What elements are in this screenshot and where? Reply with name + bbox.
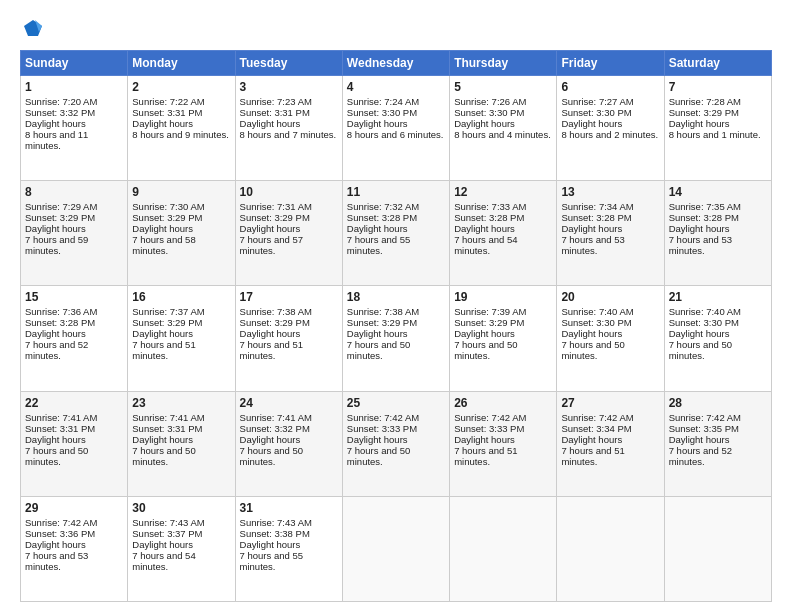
sunrise-label: Sunrise: 7:37 AM xyxy=(132,306,204,317)
day-number: 28 xyxy=(669,396,767,410)
daylight-value: 7 hours and 50 minutes. xyxy=(347,339,410,361)
table-row: 24Sunrise: 7:41 AMSunset: 3:32 PMDayligh… xyxy=(235,391,342,496)
sunset-label: Sunset: 3:31 PM xyxy=(132,107,202,118)
sunset-label: Sunset: 3:30 PM xyxy=(669,317,739,328)
day-header-row: Sunday Monday Tuesday Wednesday Thursday… xyxy=(21,51,772,76)
table-row: 2Sunrise: 7:22 AMSunset: 3:31 PMDaylight… xyxy=(128,76,235,181)
daylight-label: Daylight hours xyxy=(132,434,193,445)
day-number: 23 xyxy=(132,396,230,410)
day-number: 27 xyxy=(561,396,659,410)
sunrise-label: Sunrise: 7:34 AM xyxy=(561,201,633,212)
daylight-value: 7 hours and 53 minutes. xyxy=(25,550,88,572)
sunset-label: Sunset: 3:29 PM xyxy=(25,212,95,223)
sunrise-label: Sunrise: 7:42 AM xyxy=(454,412,526,423)
day-number: 10 xyxy=(240,185,338,199)
table-row xyxy=(557,496,664,601)
daylight-value: 7 hours and 50 minutes. xyxy=(25,445,88,467)
daylight-value: 8 hours and 6 minutes. xyxy=(347,129,444,140)
day-number: 8 xyxy=(25,185,123,199)
day-number: 14 xyxy=(669,185,767,199)
sunrise-label: Sunrise: 7:36 AM xyxy=(25,306,97,317)
daylight-label: Daylight hours xyxy=(240,328,301,339)
daylight-value: 7 hours and 59 minutes. xyxy=(25,234,88,256)
day-number: 24 xyxy=(240,396,338,410)
daylight-label: Daylight hours xyxy=(132,328,193,339)
sunset-label: Sunset: 3:28 PM xyxy=(454,212,524,223)
sunset-label: Sunset: 3:38 PM xyxy=(240,528,310,539)
table-row: 25Sunrise: 7:42 AMSunset: 3:33 PMDayligh… xyxy=(342,391,449,496)
daylight-label: Daylight hours xyxy=(240,539,301,550)
table-row: 14Sunrise: 7:35 AMSunset: 3:28 PMDayligh… xyxy=(664,181,771,286)
daylight-label: Daylight hours xyxy=(240,118,301,129)
day-number: 19 xyxy=(454,290,552,304)
daylight-label: Daylight hours xyxy=(669,328,730,339)
sunrise-label: Sunrise: 7:41 AM xyxy=(132,412,204,423)
table-row: 9Sunrise: 7:30 AMSunset: 3:29 PMDaylight… xyxy=(128,181,235,286)
day-number: 22 xyxy=(25,396,123,410)
table-row: 31Sunrise: 7:43 AMSunset: 3:38 PMDayligh… xyxy=(235,496,342,601)
sunset-label: Sunset: 3:30 PM xyxy=(561,107,631,118)
daylight-label: Daylight hours xyxy=(347,118,408,129)
logo-flag-icon xyxy=(22,18,44,40)
sunrise-label: Sunrise: 7:35 AM xyxy=(669,201,741,212)
calendar-table: Sunday Monday Tuesday Wednesday Thursday… xyxy=(20,50,772,602)
daylight-value: 7 hours and 50 minutes. xyxy=(347,445,410,467)
daylight-label: Daylight hours xyxy=(25,434,86,445)
table-row: 19Sunrise: 7:39 AMSunset: 3:29 PMDayligh… xyxy=(450,286,557,391)
sunset-label: Sunset: 3:36 PM xyxy=(25,528,95,539)
sunrise-label: Sunrise: 7:38 AM xyxy=(347,306,419,317)
sunrise-label: Sunrise: 7:38 AM xyxy=(240,306,312,317)
table-row: 6Sunrise: 7:27 AMSunset: 3:30 PMDaylight… xyxy=(557,76,664,181)
daylight-value: 7 hours and 50 minutes. xyxy=(561,339,624,361)
daylight-value: 7 hours and 52 minutes. xyxy=(669,445,732,467)
day-number: 31 xyxy=(240,501,338,515)
table-row: 30Sunrise: 7:43 AMSunset: 3:37 PMDayligh… xyxy=(128,496,235,601)
calendar-page: Sunday Monday Tuesday Wednesday Thursday… xyxy=(0,0,792,612)
sunset-label: Sunset: 3:31 PM xyxy=(240,107,310,118)
sunrise-label: Sunrise: 7:27 AM xyxy=(561,96,633,107)
col-monday: Monday xyxy=(128,51,235,76)
daylight-value: 8 hours and 4 minutes. xyxy=(454,129,551,140)
table-row: 26Sunrise: 7:42 AMSunset: 3:33 PMDayligh… xyxy=(450,391,557,496)
day-number: 2 xyxy=(132,80,230,94)
daylight-value: 8 hours and 2 minutes. xyxy=(561,129,658,140)
table-row: 12Sunrise: 7:33 AMSunset: 3:28 PMDayligh… xyxy=(450,181,557,286)
sunrise-label: Sunrise: 7:20 AM xyxy=(25,96,97,107)
sunset-label: Sunset: 3:29 PM xyxy=(132,317,202,328)
daylight-label: Daylight hours xyxy=(132,539,193,550)
day-number: 17 xyxy=(240,290,338,304)
daylight-label: Daylight hours xyxy=(561,328,622,339)
sunset-label: Sunset: 3:29 PM xyxy=(240,212,310,223)
sunrise-label: Sunrise: 7:43 AM xyxy=(132,517,204,528)
table-row: 29Sunrise: 7:42 AMSunset: 3:36 PMDayligh… xyxy=(21,496,128,601)
day-number: 30 xyxy=(132,501,230,515)
day-number: 11 xyxy=(347,185,445,199)
sunrise-label: Sunrise: 7:33 AM xyxy=(454,201,526,212)
sunrise-label: Sunrise: 7:24 AM xyxy=(347,96,419,107)
sunset-label: Sunset: 3:31 PM xyxy=(25,423,95,434)
daylight-value: 7 hours and 51 minutes. xyxy=(454,445,517,467)
col-tuesday: Tuesday xyxy=(235,51,342,76)
table-row xyxy=(342,496,449,601)
table-row xyxy=(664,496,771,601)
sunrise-label: Sunrise: 7:32 AM xyxy=(347,201,419,212)
daylight-value: 7 hours and 50 minutes. xyxy=(669,339,732,361)
table-row: 8Sunrise: 7:29 AMSunset: 3:29 PMDaylight… xyxy=(21,181,128,286)
daylight-value: 8 hours and 9 minutes. xyxy=(132,129,229,140)
table-row: 3Sunrise: 7:23 AMSunset: 3:31 PMDaylight… xyxy=(235,76,342,181)
day-number: 7 xyxy=(669,80,767,94)
daylight-label: Daylight hours xyxy=(347,223,408,234)
sunset-label: Sunset: 3:29 PM xyxy=(454,317,524,328)
sunset-label: Sunset: 3:28 PM xyxy=(561,212,631,223)
table-row: 15Sunrise: 7:36 AMSunset: 3:28 PMDayligh… xyxy=(21,286,128,391)
table-row: 20Sunrise: 7:40 AMSunset: 3:30 PMDayligh… xyxy=(557,286,664,391)
table-row: 5Sunrise: 7:26 AMSunset: 3:30 PMDaylight… xyxy=(450,76,557,181)
table-row: 27Sunrise: 7:42 AMSunset: 3:34 PMDayligh… xyxy=(557,391,664,496)
day-number: 25 xyxy=(347,396,445,410)
sunrise-label: Sunrise: 7:42 AM xyxy=(25,517,97,528)
header xyxy=(20,18,772,40)
sunset-label: Sunset: 3:33 PM xyxy=(454,423,524,434)
table-row: 18Sunrise: 7:38 AMSunset: 3:29 PMDayligh… xyxy=(342,286,449,391)
day-number: 12 xyxy=(454,185,552,199)
daylight-value: 7 hours and 55 minutes. xyxy=(240,550,303,572)
